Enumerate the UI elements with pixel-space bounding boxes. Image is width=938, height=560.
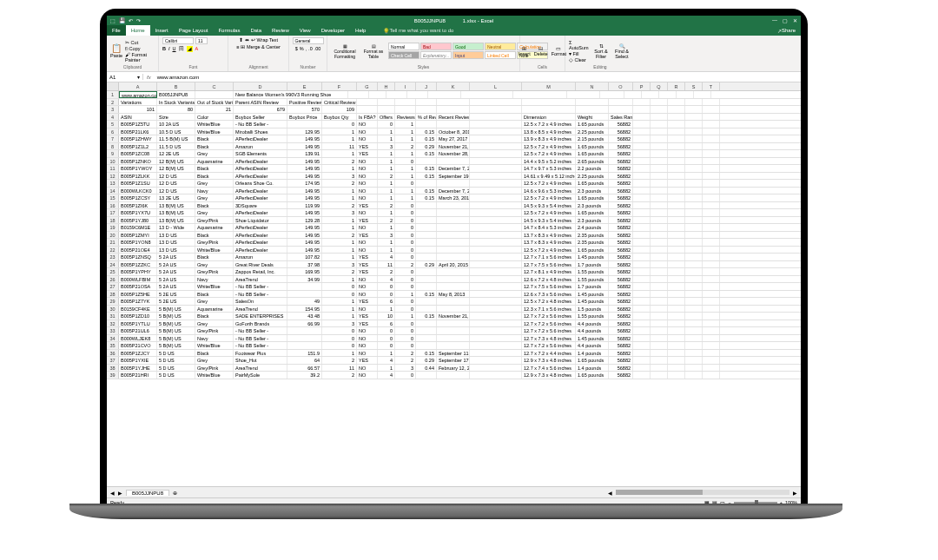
cell[interactable]: Black (195, 232, 234, 239)
italic-button[interactable]: I (168, 46, 170, 52)
align-middle-icon[interactable]: ⬌ (245, 37, 249, 43)
cell[interactable] (703, 261, 720, 268)
cell[interactable]: 149.95 (287, 209, 322, 216)
cell[interactable]: 56882 (609, 158, 633, 165)
cell[interactable] (651, 194, 668, 201)
cell-header[interactable]: ASIN (119, 114, 157, 121)
save-icon[interactable]: 💾 (119, 17, 125, 23)
tab-developer[interactable]: Developer (316, 25, 350, 36)
col-header-K[interactable]: K (437, 82, 470, 90)
cell[interactable] (633, 283, 651, 290)
cell[interactable]: 5 2E US (157, 298, 195, 305)
cell[interactable] (668, 135, 685, 142)
cell[interactable] (416, 320, 437, 327)
cell[interactable]: 56882 (609, 365, 633, 372)
cell[interactable]: YES (357, 150, 378, 157)
cell[interactable]: May 8, 2013 (437, 291, 470, 298)
cell[interactable] (668, 165, 685, 172)
cell[interactable]: YES (357, 202, 378, 209)
cell[interactable] (651, 327, 668, 334)
cell[interactable]: 679 (234, 106, 287, 113)
cell[interactable] (437, 106, 470, 113)
chevron-down-icon[interactable]: ▾ (137, 74, 140, 80)
cell[interactable]: B005P1ZZKC (119, 261, 157, 268)
cell[interactable]: 0.29 (416, 357, 437, 364)
cell[interactable] (685, 239, 703, 246)
cell[interactable]: 12 2E US (157, 150, 195, 157)
cell[interactable] (437, 335, 470, 342)
cell[interactable]: YES (357, 320, 378, 327)
cell[interactable]: 66.57 (287, 365, 322, 372)
cell[interactable]: 56882 (609, 165, 633, 172)
cell[interactable] (470, 268, 522, 275)
cell[interactable]: 56882 (609, 276, 633, 283)
cell[interactable]: B005P21LK6 (119, 128, 157, 135)
cell[interactable] (703, 188, 720, 194)
cell[interactable]: White/Blue (195, 283, 234, 290)
cell[interactable]: B005P1Z1SU (119, 180, 157, 187)
cell[interactable]: 12.7 x 7.5 x 5.6 inches (522, 283, 576, 290)
tab-page-layout[interactable]: Page Layout (174, 25, 214, 36)
cell[interactable] (668, 298, 685, 305)
cell[interactable]: 14.5 x 9.3 x 5.4 inches (522, 202, 576, 209)
cell[interactable]: 0 (395, 224, 416, 231)
row-header[interactable]: 24 (107, 261, 119, 268)
cell[interactable]: Grey/Pink (195, 365, 234, 372)
cell[interactable]: APerfectDealer (234, 194, 287, 201)
cell[interactable] (470, 188, 522, 194)
row-header[interactable]: 29 (107, 298, 119, 305)
cell[interactable] (609, 99, 633, 106)
cell[interactable] (703, 158, 720, 165)
cell[interactable] (416, 99, 437, 106)
cell[interactable] (651, 150, 668, 157)
cell[interactable] (668, 217, 685, 224)
cell[interactable]: 1.4 pounds (576, 365, 609, 372)
cell[interactable]: Footwear Plus (234, 350, 287, 357)
cell[interactable]: White/Blue (195, 128, 234, 135)
cell[interactable]: 5 2A US (157, 261, 195, 268)
cell[interactable]: 0 (395, 306, 416, 313)
cell[interactable]: 56882 (609, 239, 633, 246)
row-header[interactable]: 12 (107, 173, 119, 180)
cell[interactable]: 12.7 x 7.2 x 5.6 inches (522, 327, 576, 334)
cell[interactable] (668, 365, 685, 372)
redo-icon[interactable]: ↷ (136, 17, 141, 23)
cell[interactable]: Grey (195, 209, 234, 216)
cell[interactable] (703, 306, 720, 313)
cell[interactable]: 12.5 x 7.2 x 4.9 inches (522, 194, 576, 201)
cell[interactable]: 149.95 (287, 143, 322, 150)
insert-cell-button[interactable]: Insert (519, 51, 531, 56)
row-header[interactable]: 20 (107, 232, 119, 239)
cell[interactable] (437, 232, 470, 239)
cell[interactable]: 4 (378, 357, 395, 364)
cell[interactable] (685, 342, 703, 349)
cell[interactable]: AreaTrend (234, 306, 287, 313)
cell[interactable] (470, 261, 522, 268)
cell[interactable]: B005P1YX7U (119, 209, 157, 216)
fill-button[interactable]: ▾ Fill (569, 51, 589, 56)
fill-color-button[interactable]: ◢ (187, 46, 193, 52)
cell[interactable] (437, 121, 470, 128)
autosum-button[interactable]: Σ AutoSum (569, 40, 589, 50)
cell[interactable] (633, 232, 651, 239)
cell[interactable]: Aquamarine (195, 224, 234, 231)
cell[interactable]: B005P1YPHY (119, 268, 157, 275)
cell[interactable] (703, 327, 720, 334)
cell[interactable]: 149.95 (287, 135, 322, 142)
cell[interactable]: 5 D US (157, 365, 195, 372)
cell[interactable] (416, 224, 437, 231)
row-header[interactable]: 8 (107, 143, 119, 150)
cell[interactable]: 149.95 (287, 239, 322, 246)
cell[interactable]: 1 (395, 313, 416, 320)
col-header-I[interactable]: I (395, 82, 416, 90)
cell[interactable]: 56882 (609, 143, 633, 150)
cell[interactable]: 2.3 pounds (576, 188, 609, 194)
cell[interactable] (624, 91, 642, 98)
cell[interactable]: 2.3 pounds (576, 202, 609, 209)
cell[interactable]: 1 (322, 247, 357, 254)
cell[interactable] (633, 121, 651, 128)
cell[interactable]: 56882 (609, 342, 633, 349)
cell[interactable] (470, 165, 522, 172)
cell[interactable] (685, 143, 703, 150)
format-table-button[interactable]: Format as Table (361, 49, 386, 59)
